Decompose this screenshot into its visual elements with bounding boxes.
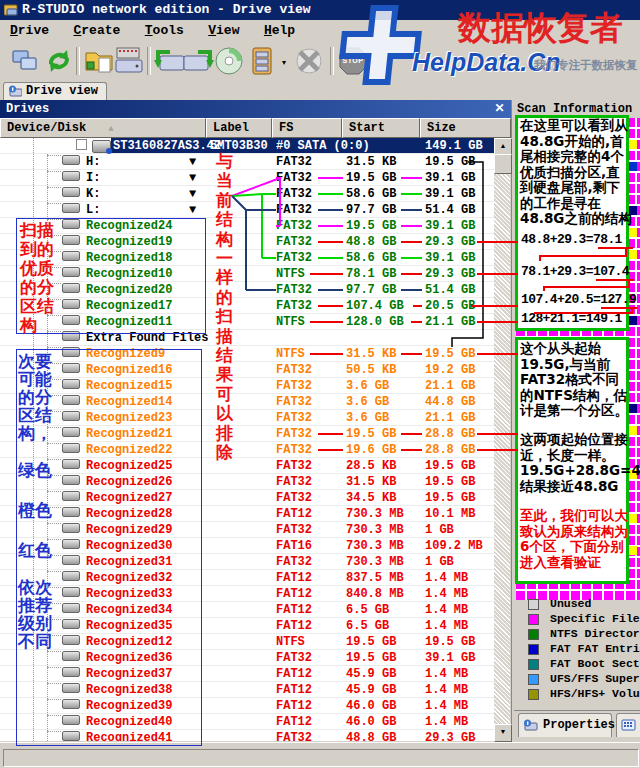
scan-note-1: 在这里可以看到从48.8G开始的,首尾相接完整的4个优质扫描分区,直到硬盘尾部,… (520, 118, 632, 227)
start-offset: 50.5 KB (346, 363, 396, 377)
start-offset: 31.5 KB (346, 347, 396, 361)
menu-view[interactable]: View (198, 21, 249, 38)
table-row[interactable]: L:FAT3297.7 GB51.4 GB (0, 202, 494, 218)
tab-scan-information[interactable]: S (616, 713, 640, 737)
legend-swatch (528, 614, 539, 625)
start-offset: 19.5 GB (346, 635, 396, 649)
menu-create[interactable]: Create (63, 21, 130, 38)
filesystem: FAT12 (276, 619, 312, 633)
scan-button[interactable] (152, 44, 186, 78)
menu-help[interactable]: Help (254, 21, 305, 38)
start-offset: 31.5 KB (346, 475, 396, 489)
legend-item: Specific File D (520, 612, 638, 627)
filesystem: FAT32 (276, 411, 312, 425)
network-drives-button[interactable] (8, 44, 42, 78)
start-offset: 48.8 GB (346, 235, 396, 249)
scroll-down-icon[interactable]: ▼ (494, 724, 512, 742)
disk-icon (92, 140, 111, 153)
menu-drive[interactable]: Drive (0, 21, 59, 38)
menu-bar: Drive Create Tools View Help (0, 20, 640, 42)
scan-panel-title: Scan Information (517, 102, 632, 116)
filesystem: FAT12 (276, 715, 312, 729)
column-start[interactable]: Start (342, 118, 420, 138)
start-offset: 45.9 GB (346, 667, 396, 681)
filesystem: FAT32 (276, 555, 312, 569)
open-image-button[interactable] (82, 44, 116, 78)
tab-bar: Drive view (0, 82, 640, 100)
start-offset: 19.5 GB (346, 427, 396, 441)
status-field (3, 749, 639, 767)
expander-icon[interactable] (76, 139, 87, 150)
filesystem: FAT32 (276, 203, 312, 217)
size: 20.5 GB (425, 299, 475, 313)
scrollbar-thumb[interactable] (494, 154, 512, 174)
device-name: ST3160827AS3.42 (113, 139, 221, 153)
scan-note-2c: 至此，我们可以大致认为原来结构为6个区，下面分别进入查看验证 (520, 508, 632, 570)
start-offset: 730.3 MB (346, 507, 404, 521)
start-offset: 730.3 MB (346, 523, 404, 537)
start-offset: 28.5 KB (346, 459, 396, 473)
chevron-down-icon[interactable] (189, 171, 196, 185)
toolbar-separator (76, 47, 80, 75)
stop-button[interactable]: STOP (336, 44, 370, 78)
note-green: 绿色 (18, 461, 56, 479)
rescan-button[interactable] (182, 44, 216, 78)
size: 1.4 MB (425, 683, 468, 697)
start-offset: 6.5 GB (346, 619, 389, 633)
start-offset: 58.6 GB (346, 251, 396, 265)
start-offset: 840.8 MB (346, 587, 404, 601)
note-priority: 依次推荐级别不同 (18, 578, 56, 650)
drive-info-icon (8, 85, 22, 97)
tab-properties[interactable]: Properties (518, 713, 612, 737)
vertical-scrollbar[interactable]: ▲ ▼ (494, 138, 510, 741)
drives-panel-title-label: Drives (6, 102, 49, 116)
filesystem: FAT12 (276, 699, 312, 713)
start-offset: 31.5 KB (346, 155, 396, 169)
size: 1.4 MB (425, 571, 468, 585)
filesystem: FAT32 (276, 731, 312, 741)
start-offset: 3.6 GB (346, 379, 389, 393)
size: 39.1 GB (425, 219, 475, 233)
filesystem: FAT32 (276, 459, 312, 473)
chevron-down-icon[interactable] (189, 203, 196, 217)
legend-label: UFS/FFS SuperBl (550, 672, 640, 685)
start-offset: 6.5 GB (346, 603, 389, 617)
disc-button[interactable] (212, 44, 246, 78)
note-red: 红色 (18, 541, 56, 559)
table-row[interactable]: I:FAT3219.5 GB39.1 GB (0, 170, 494, 186)
column-label[interactable]: Label (206, 118, 272, 138)
column-device-disk[interactable]: Device/Disk▲ (0, 118, 206, 138)
size: 29.3 GB (425, 267, 475, 281)
menu-tools[interactable]: Tools (135, 21, 194, 38)
chevron-down-icon[interactable]: ▾ (282, 58, 286, 67)
table-row[interactable]: K:FAT3258.6 GB39.1 GB (0, 186, 494, 202)
drives-stack-button[interactable] (246, 44, 280, 78)
column-fs[interactable]: FS (272, 118, 342, 138)
filesystem: NTFS (276, 315, 305, 329)
start-offset: 46.0 GB (346, 715, 396, 729)
size: 44.8 GB (425, 395, 475, 409)
tab-drive-view[interactable]: Drive view (3, 82, 107, 101)
column-size[interactable]: Size (420, 118, 511, 138)
refresh-button[interactable] (42, 44, 76, 78)
filesystem: FAT32 (276, 235, 312, 249)
legend-swatch (528, 659, 539, 670)
tree-stub (47, 171, 61, 173)
scan-legend: UnusedSpecific File DNTFS DirectorieFAT … (520, 597, 638, 702)
size: 1.4 MB (425, 667, 468, 681)
chevron-down-icon[interactable] (189, 155, 196, 169)
note-same-structure: 与当前结构一样的扫描结果可以排除 (216, 152, 236, 463)
filesystem: FAT32 (276, 395, 312, 409)
size: 39.1 GB (425, 171, 475, 185)
size: 19.5 GB (425, 475, 475, 489)
table-row[interactable]: H:FAT3231.5 KB19.5 GB (0, 154, 494, 170)
filesystem: FAT32 (276, 443, 312, 457)
table-row[interactable]: ST3160827AS3.425MT03B30#0 SATA (0:0)149.… (0, 138, 494, 154)
legend-swatch (528, 674, 539, 685)
start-offset: 97.7 GB (346, 283, 396, 297)
filesystem: FAT32 (276, 187, 312, 201)
remove-button[interactable] (292, 44, 326, 78)
chevron-down-icon[interactable] (189, 187, 196, 201)
close-icon[interactable] (492, 101, 507, 116)
create-image-button[interactable] (112, 44, 146, 78)
